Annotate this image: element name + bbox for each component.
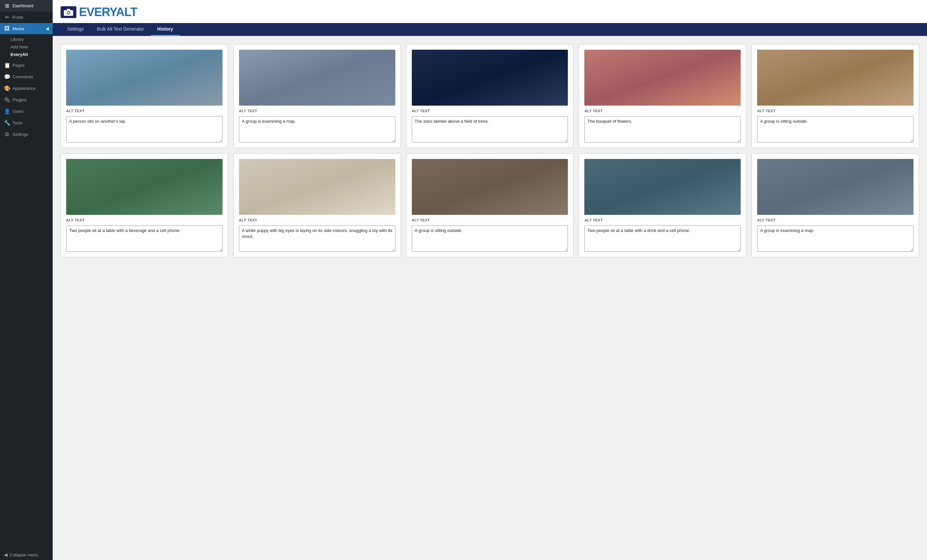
alt-text-label: ALT TEXT xyxy=(412,218,568,222)
submenu-add-new[interactable]: Add New xyxy=(8,43,53,51)
image-card: ALT TEXT xyxy=(406,44,574,148)
image-card: ALT TEXT xyxy=(61,44,228,148)
image-placeholder xyxy=(239,50,395,106)
submenu-everyalt[interactable]: EveryAlt xyxy=(8,51,53,58)
plugin-header: EVERYALT Settings Bulk Alt Text Generato… xyxy=(53,0,927,36)
sidebar-item-label: Dashboard xyxy=(12,3,33,8)
sidebar-item-label: Comments xyxy=(12,74,33,79)
sidebar-item-media[interactable]: 🖼 Media ◀ xyxy=(0,23,53,34)
main-content: EVERYALT Settings Bulk Alt Text Generato… xyxy=(53,0,927,560)
image-placeholder xyxy=(584,159,741,215)
logo-text-every: EVERY xyxy=(79,5,116,19)
posts-icon: ✏ xyxy=(4,14,10,20)
image-card: ALT TEXT xyxy=(752,153,919,257)
plugin-tabs: Settings Bulk Alt Text Generator History xyxy=(53,23,927,36)
plugins-icon: 🔌 xyxy=(4,97,10,103)
alt-text-label: ALT TEXT xyxy=(584,109,741,113)
alt-text-input[interactable] xyxy=(584,116,741,143)
alt-text-label: ALT TEXT xyxy=(66,218,223,222)
sidebar-item-label: Posts xyxy=(12,15,23,20)
image-placeholder xyxy=(757,50,913,106)
alt-text-input[interactable] xyxy=(412,116,568,143)
collapse-menu-button[interactable]: ◀ Collapse menu xyxy=(0,549,53,560)
image-grid: ALT TEXTALT TEXTALT TEXTALT TEXTALT TEXT… xyxy=(61,44,919,257)
logo-text: EVERYALT xyxy=(79,5,137,19)
dashboard-icon: ⊞ xyxy=(4,3,10,9)
sidebar-item-posts[interactable]: ✏ Posts xyxy=(0,12,53,23)
image-placeholder xyxy=(66,50,223,106)
alt-text-input[interactable] xyxy=(239,225,395,252)
sidebar-item-label: Settings xyxy=(12,132,28,137)
sidebar-item-label: Media xyxy=(12,26,24,31)
media-submenu: Library Add New EveryAlt xyxy=(0,34,53,59)
sidebar-item-label: Pages xyxy=(12,63,25,68)
svg-point-3 xyxy=(67,12,70,14)
alt-text-input[interactable] xyxy=(66,116,223,143)
sidebar-item-appearance[interactable]: 🎨 Appearance xyxy=(0,83,53,94)
image-placeholder xyxy=(584,50,741,106)
image-placeholder xyxy=(239,159,395,215)
svg-rect-2 xyxy=(67,9,70,11)
sidebar-item-tools[interactable]: 🔧 Tools xyxy=(0,117,53,129)
sidebar-item-comments[interactable]: 💬 Comments xyxy=(0,71,53,83)
image-placeholder xyxy=(412,50,568,106)
alt-text-input[interactable] xyxy=(757,225,913,252)
image-placeholder xyxy=(757,159,913,215)
image-card: ALT TEXT xyxy=(752,44,919,148)
content-area: ALT TEXTALT TEXTALT TEXTALT TEXTALT TEXT… xyxy=(53,36,927,560)
users-icon: 👤 xyxy=(4,108,10,114)
pages-icon: 📋 xyxy=(4,62,10,68)
image-card: ALT TEXT xyxy=(579,153,746,257)
tab-bulk[interactable]: Bulk Alt Text Generator xyxy=(91,23,151,36)
sidebar: ⊞ Dashboard ✏ Posts 🖼 Media ◀ Library Ad… xyxy=(0,0,53,560)
image-card: ALT TEXT xyxy=(579,44,746,148)
sidebar-item-label: Users xyxy=(12,109,24,114)
sidebar-item-label: Appearance xyxy=(12,86,35,91)
image-card: ALT TEXT xyxy=(233,153,401,257)
sidebar-item-users[interactable]: 👤 Users xyxy=(0,106,53,117)
image-card: ALT TEXT xyxy=(61,153,228,257)
alt-text-label: ALT TEXT xyxy=(584,218,741,222)
alt-text-label: ALT TEXT xyxy=(239,218,395,222)
collapse-arrow-icon: ◀ xyxy=(46,26,49,31)
sidebar-item-settings[interactable]: ⚙ Settings xyxy=(0,129,53,140)
appearance-icon: 🎨 xyxy=(4,85,10,91)
alt-text-input[interactable] xyxy=(584,225,741,252)
sidebar-item-label: Tools xyxy=(12,120,23,125)
collapse-arrow-left-icon: ◀ xyxy=(4,552,8,557)
image-placeholder xyxy=(412,159,568,215)
image-card: ALT TEXT xyxy=(406,153,574,257)
settings-icon: ⚙ xyxy=(4,131,10,138)
tab-settings[interactable]: Settings xyxy=(61,23,91,36)
sidebar-item-dashboard[interactable]: ⊞ Dashboard xyxy=(0,0,53,12)
alt-text-label: ALT TEXT xyxy=(757,109,913,113)
logo-camera-icon xyxy=(61,6,76,18)
alt-text-input[interactable] xyxy=(239,116,395,143)
tab-history[interactable]: History xyxy=(151,23,180,36)
logo-text-alt: ALT xyxy=(116,5,137,19)
alt-text-input[interactable] xyxy=(412,225,568,252)
alt-text-label: ALT TEXT xyxy=(757,218,913,222)
alt-text-label: ALT TEXT xyxy=(66,109,223,113)
alt-text-label: ALT TEXT xyxy=(412,109,568,113)
collapse-menu-label: Collapse menu xyxy=(9,552,38,557)
tools-icon: 🔧 xyxy=(4,120,10,126)
image-card: ALT TEXT xyxy=(233,44,401,148)
sidebar-item-pages[interactable]: 📋 Pages xyxy=(0,59,53,71)
sidebar-item-plugins[interactable]: 🔌 Plugins xyxy=(0,94,53,106)
image-placeholder xyxy=(66,159,223,215)
alt-text-label: ALT TEXT xyxy=(239,109,395,113)
sidebar-item-label: Plugins xyxy=(12,97,27,102)
media-icon: 🖼 xyxy=(4,26,10,32)
plugin-logo: EVERYALT xyxy=(61,5,919,19)
comments-icon: 💬 xyxy=(4,74,10,80)
submenu-library[interactable]: Library xyxy=(8,35,53,43)
alt-text-input[interactable] xyxy=(66,225,223,252)
alt-text-input[interactable] xyxy=(757,116,913,143)
